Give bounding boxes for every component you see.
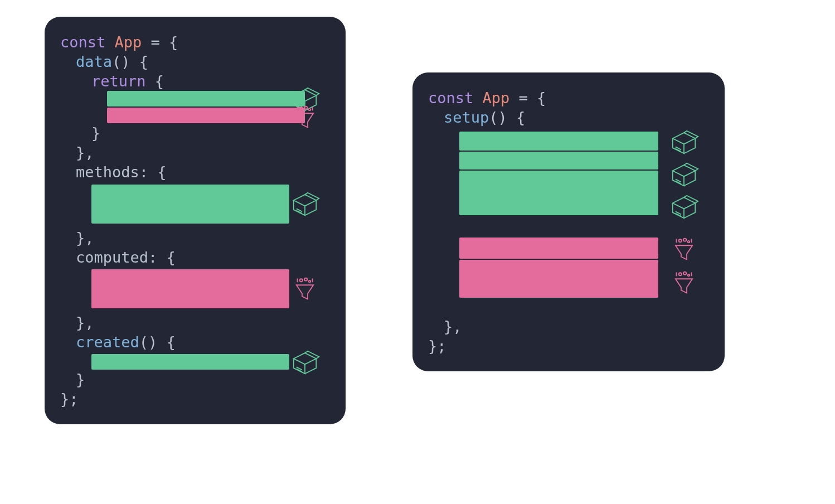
svg-point-5 xyxy=(309,280,310,282)
code-line: const App = { xyxy=(428,88,711,108)
punctuation: () { xyxy=(489,109,525,126)
funnel-icon xyxy=(290,102,320,132)
keyword-const: const xyxy=(60,33,115,51)
box-icon xyxy=(669,159,699,190)
options-api-panel: const App = { data() { return { } }, met… xyxy=(45,17,346,424)
svg-point-3 xyxy=(300,279,303,282)
funnel-icon xyxy=(290,274,320,304)
class-name: App xyxy=(115,33,142,51)
code-line: const App = { xyxy=(60,32,332,52)
svg-point-10 xyxy=(683,272,686,275)
punctuation: { xyxy=(146,72,164,90)
code-line: }, xyxy=(60,313,332,332)
setup-pink-2 xyxy=(459,260,658,298)
punctuation: } xyxy=(76,371,85,388)
code-line: }, xyxy=(428,317,711,336)
svg-point-2 xyxy=(309,109,310,110)
created-block-green xyxy=(91,354,289,370)
data-block-green xyxy=(107,91,305,106)
punctuation: } xyxy=(91,124,100,142)
composition-api-panel: const App = { setup() { xyxy=(412,72,725,371)
code-line: }, xyxy=(60,143,332,162)
data-block-pink xyxy=(107,108,305,123)
setup-green-1 xyxy=(459,132,658,151)
svg-point-4 xyxy=(304,278,307,280)
punctuation: }; xyxy=(60,390,79,408)
code-line: }; xyxy=(428,336,711,356)
function-name: setup xyxy=(444,109,489,126)
svg-point-1 xyxy=(304,106,307,109)
function-name: created xyxy=(76,333,139,351)
code-line: setup() { xyxy=(428,108,711,127)
box-icon xyxy=(669,192,699,222)
punctuation: }, xyxy=(76,144,94,161)
keyword-const: const xyxy=(428,89,483,106)
punctuation: }; xyxy=(428,337,446,355)
function-name: data xyxy=(76,53,112,70)
code-line: data() { xyxy=(60,52,332,71)
funnel-icon xyxy=(669,234,699,264)
punctuation: }, xyxy=(76,229,94,246)
punctuation: }, xyxy=(444,318,462,335)
svg-point-9 xyxy=(679,273,682,275)
code-line: }; xyxy=(60,389,332,409)
box-icon xyxy=(669,127,699,157)
property-name: methods xyxy=(76,163,139,181)
box-icon xyxy=(290,347,320,377)
svg-point-6 xyxy=(679,239,682,242)
keyword-return: return xyxy=(91,72,146,90)
setup-green-2 xyxy=(459,152,658,169)
punctuation: : { xyxy=(148,249,176,266)
class-name: App xyxy=(483,89,510,106)
punctuation: }, xyxy=(76,314,94,331)
code-line: }, xyxy=(60,228,332,248)
punctuation: = { xyxy=(509,89,546,106)
methods-block-green xyxy=(91,185,289,224)
punctuation: () { xyxy=(139,333,176,351)
svg-point-0 xyxy=(300,108,303,110)
code-line: methods: { xyxy=(60,162,332,182)
setup-green-3 xyxy=(459,171,658,215)
punctuation: : { xyxy=(139,163,167,181)
svg-point-7 xyxy=(683,239,686,241)
svg-point-11 xyxy=(688,274,690,276)
setup-pink-1 xyxy=(459,238,658,259)
box-icon xyxy=(290,189,320,219)
funnel-icon xyxy=(669,268,699,298)
code-line: computed: { xyxy=(60,248,332,267)
svg-point-8 xyxy=(688,241,690,243)
punctuation: () { xyxy=(112,53,148,70)
computed-block-pink xyxy=(91,269,289,308)
punctuation: = { xyxy=(142,33,178,51)
property-name: computed xyxy=(76,249,148,266)
